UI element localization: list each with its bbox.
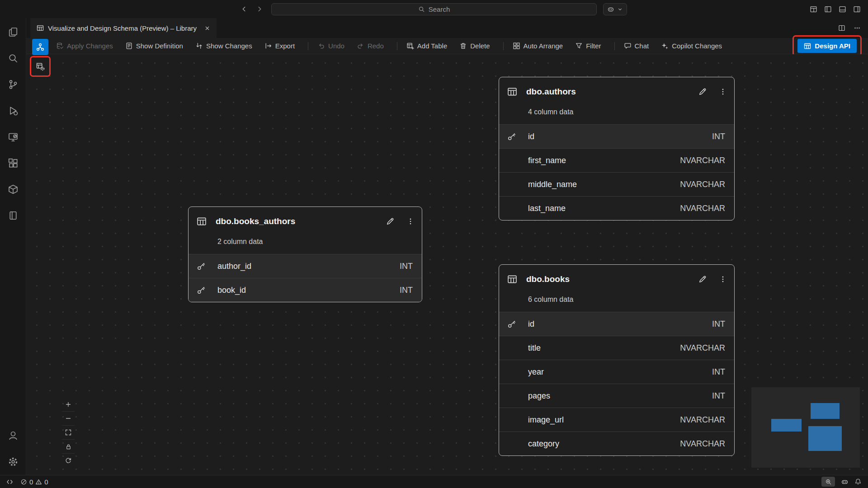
redo-button[interactable]: Redo [357, 42, 384, 50]
customize-layout-button[interactable] [810, 5, 817, 13]
back-button[interactable] [241, 5, 248, 13]
remote-indicator-button[interactable] [6, 479, 13, 485]
chevron-right-icon [256, 5, 263, 13]
pencil-icon [698, 275, 707, 284]
column-row[interactable]: idINT [499, 124, 734, 148]
search-input[interactable]: Search [271, 3, 597, 15]
show-changes-button[interactable]: Show Changes [195, 42, 252, 50]
search-icon [418, 6, 425, 13]
database-projects-button[interactable] [0, 176, 26, 202]
column-type: NVARCHAR [680, 156, 725, 165]
copilot-icon [841, 478, 849, 486]
reset-view-button[interactable] [62, 453, 75, 467]
pencil-icon [386, 217, 395, 226]
search-sidebar-button[interactable] [0, 45, 26, 71]
minimap[interactable] [751, 387, 860, 468]
sidebar-right-icon [853, 5, 861, 13]
copilot-status-button[interactable] [841, 478, 849, 486]
entity-subtitle: 4 column data [499, 106, 734, 124]
close-tab-button[interactable] [204, 25, 210, 31]
kebab-icon [719, 275, 727, 283]
debug-icon [8, 105, 19, 116]
database-icon [8, 210, 19, 221]
entity-table-books-authors[interactable]: dbo.books_authors 2 column data author_i… [188, 206, 422, 302]
annotation-box-design-api: Design API [793, 35, 862, 56]
column-name: id [528, 132, 534, 141]
tab-schema-designer[interactable]: Visualize and Design Schema (Preview) – … [30, 18, 217, 38]
source-control-button[interactable] [0, 71, 26, 98]
toggle-secondary-sidebar-button[interactable] [853, 5, 861, 13]
lock-canvas-button[interactable] [62, 439, 75, 453]
column-row[interactable]: last_nameNVARCHAR [499, 196, 734, 220]
toggle-primary-sidebar-button[interactable] [824, 5, 832, 13]
show-definition-button[interactable]: Show Definition [125, 42, 183, 50]
delete-button[interactable]: Delete [459, 42, 490, 50]
minimap-node [771, 419, 802, 432]
entity-table-authors[interactable]: dbo.authors 4 column data idINTfirst_nam… [499, 77, 735, 221]
more-actions-button[interactable] [854, 24, 861, 32]
forward-button[interactable] [256, 5, 263, 13]
export-button[interactable]: Export [264, 42, 295, 50]
copilot-menu-button[interactable] [603, 3, 627, 15]
table-more-options-button[interactable] [719, 275, 727, 283]
remote-explorer-button[interactable] [0, 124, 26, 150]
split-editor-button[interactable] [838, 24, 845, 32]
column-row[interactable]: idINT [499, 312, 734, 336]
filter-icon [575, 42, 583, 50]
column-name: first_name [528, 156, 566, 165]
column-row[interactable]: categoryNVARCHAR [499, 432, 734, 455]
lock-icon [65, 443, 72, 450]
design-api-button[interactable]: Design API [797, 39, 857, 53]
column-row[interactable]: pagesINT [499, 384, 734, 408]
schema-diagram-view-button[interactable] [32, 39, 48, 55]
export-label: Export [275, 42, 295, 50]
column-type: INT [712, 391, 725, 401]
auto-arrange-button[interactable]: Auto Arrange [513, 42, 563, 50]
bell-icon [854, 478, 862, 485]
extensions-icon [8, 158, 19, 169]
explorer-button[interactable] [0, 19, 26, 45]
edit-table-button[interactable] [698, 275, 707, 284]
zoom-in-button[interactable] [62, 397, 75, 411]
column-name: middle_name [528, 180, 577, 189]
zoom-out-button[interactable] [62, 411, 75, 425]
edit-table-button[interactable] [386, 217, 395, 226]
apply-changes-button[interactable]: Apply Changes [56, 42, 113, 50]
add-table-button[interactable]: Add Table [406, 42, 447, 50]
primary-key-icon [507, 132, 516, 141]
files-icon [8, 27, 19, 38]
copilot-icon [607, 6, 614, 13]
mssql-button[interactable] [0, 202, 26, 229]
toggle-panel-button[interactable] [839, 5, 846, 13]
run-debug-button[interactable] [0, 98, 26, 124]
column-row[interactable]: yearINT [499, 360, 734, 384]
column-row[interactable]: author_idINT [189, 254, 422, 278]
column-type: NVARCHAR [680, 343, 725, 353]
entity-table-books[interactable]: dbo.books 6 column data idINTtitleNVARCH… [499, 264, 735, 456]
column-row[interactable]: image_urlNVARCHAR [499, 408, 734, 432]
problems-button[interactable]: 0 0 [20, 478, 48, 486]
extensions-button[interactable] [0, 150, 26, 176]
column-row[interactable]: book_idINT [189, 278, 422, 302]
filter-button[interactable]: Filter [575, 42, 601, 50]
ellipsis-icon [854, 24, 861, 32]
chat-label: Chat [635, 42, 649, 50]
undo-button[interactable]: Undo [317, 42, 344, 50]
schema-canvas[interactable]: dbo.books_authors 2 column data author_i… [26, 54, 868, 475]
designer-toolbar: Apply Changes Show Definition Show Chang… [26, 38, 868, 54]
notifications-button[interactable] [854, 478, 862, 485]
auto-arrange-icon [513, 42, 520, 50]
chat-button[interactable]: Chat [624, 42, 649, 50]
accounts-button[interactable] [0, 422, 26, 449]
edit-table-button[interactable] [698, 87, 707, 96]
column-row[interactable]: first_nameNVARCHAR [499, 148, 734, 172]
column-row[interactable]: titleNVARCHAR [499, 336, 734, 360]
table-settings-button[interactable] [33, 59, 48, 74]
table-more-options-button[interactable] [719, 88, 727, 96]
editor-zoom-button[interactable] [821, 477, 835, 487]
column-row[interactable]: middle_nameNVARCHAR [499, 172, 734, 196]
table-more-options-button[interactable] [406, 217, 415, 225]
fit-view-button[interactable] [62, 425, 75, 439]
copilot-changes-button[interactable]: Copilot Changes [661, 42, 722, 50]
settings-button[interactable] [0, 449, 26, 475]
